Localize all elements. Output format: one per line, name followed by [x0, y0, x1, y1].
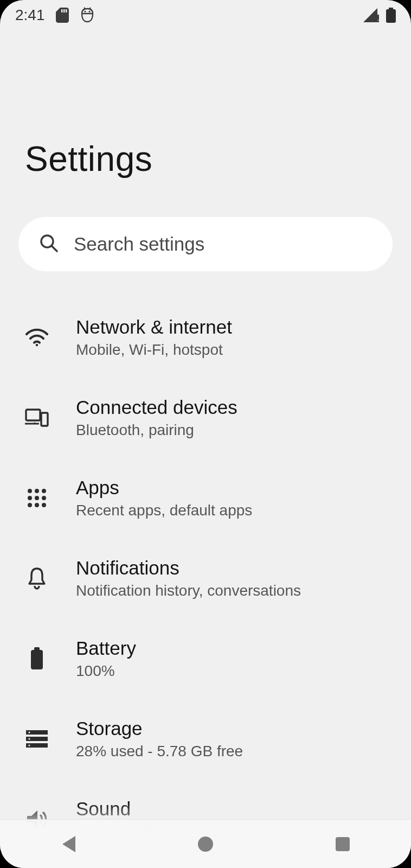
item-subtitle: 28% used - 5.78 GB free — [76, 743, 243, 760]
settings-item-connected-devices[interactable]: Connected devices Bluetooth, pairing — [0, 378, 411, 458]
svg-point-18 — [35, 496, 39, 500]
search-settings[interactable]: Search settings — [18, 217, 393, 271]
svg-rect-32 — [336, 837, 350, 851]
item-subtitle: Bluetooth, pairing — [76, 422, 237, 439]
item-title: Sound — [76, 798, 300, 820]
status-bar: 2:41 — [0, 0, 411, 30]
svg-rect-0 — [61, 9, 62, 12]
bell-icon — [25, 566, 49, 590]
apps-grid-icon — [25, 486, 49, 510]
svg-point-29 — [28, 738, 30, 739]
search-icon — [39, 233, 59, 255]
page-title: Settings — [0, 30, 411, 217]
svg-rect-11 — [41, 413, 48, 426]
search-placeholder: Search settings — [74, 233, 204, 255]
svg-point-13 — [34, 422, 35, 424]
svg-rect-5 — [386, 9, 396, 23]
sdcard-icon — [56, 8, 69, 23]
svg-point-3 — [84, 11, 86, 12]
svg-rect-6 — [389, 8, 393, 10]
item-text: Connected devices Bluetooth, pairing — [76, 397, 237, 439]
svg-point-19 — [42, 496, 46, 500]
item-subtitle: 100% — [76, 662, 136, 680]
svg-point-31 — [198, 837, 213, 852]
svg-point-15 — [35, 489, 39, 493]
svg-rect-1 — [63, 9, 65, 12]
item-subtitle: Mobile, Wi-Fi, hotspot — [76, 341, 232, 359]
content-area[interactable]: Settings Search settings Network & inter… — [0, 30, 411, 868]
item-subtitle: Notification history, conversations — [76, 582, 301, 599]
android-debug-icon — [80, 7, 95, 23]
svg-point-14 — [28, 489, 32, 493]
item-text: Notifications Notification history, conv… — [76, 557, 301, 599]
svg-point-21 — [35, 503, 39, 507]
status-time: 2:41 — [15, 7, 45, 24]
svg-point-17 — [28, 496, 32, 500]
item-text: Network & internet Mobile, Wi-Fi, hotspo… — [76, 316, 232, 359]
item-title: Storage — [76, 718, 243, 739]
settings-item-network-internet[interactable]: Network & internet Mobile, Wi-Fi, hotspo… — [0, 297, 411, 378]
svg-rect-23 — [31, 650, 43, 669]
item-text: Battery 100% — [76, 637, 136, 680]
item-text: Apps Recent apps, default apps — [76, 477, 252, 519]
devices-icon — [25, 406, 49, 430]
navigation-bar — [0, 819, 411, 868]
item-title: Connected devices — [76, 397, 237, 418]
settings-screen: 2:41 Settings Search settings — [0, 0, 411, 868]
battery-icon — [25, 647, 49, 671]
settings-item-battery[interactable]: Battery 100% — [0, 618, 411, 699]
signal-icon — [363, 8, 380, 22]
wifi-icon — [25, 326, 49, 349]
svg-rect-24 — [34, 647, 40, 650]
battery-status-icon — [386, 8, 396, 23]
status-right — [363, 8, 396, 23]
settings-list: Network & internet Mobile, Wi-Fi, hotspo… — [0, 271, 411, 859]
item-title: Notifications — [76, 557, 301, 579]
svg-point-7 — [41, 235, 53, 247]
item-text: Storage 28% used - 5.78 GB free — [76, 718, 243, 760]
storage-icon — [25, 727, 49, 751]
svg-point-28 — [28, 731, 30, 733]
svg-point-22 — [42, 503, 46, 507]
svg-line-8 — [52, 246, 57, 251]
settings-item-apps[interactable]: Apps Recent apps, default apps — [0, 458, 411, 538]
settings-item-notifications[interactable]: Notifications Notification history, conv… — [0, 538, 411, 618]
svg-rect-2 — [66, 9, 67, 12]
item-subtitle: Recent apps, default apps — [76, 502, 252, 519]
nav-home-button[interactable] — [162, 828, 249, 860]
svg-point-4 — [88, 11, 90, 12]
item-title: Network & internet — [76, 316, 232, 338]
item-title: Apps — [76, 477, 252, 499]
item-title: Battery — [76, 637, 136, 659]
svg-rect-10 — [26, 410, 40, 420]
svg-point-16 — [42, 489, 46, 493]
svg-point-30 — [28, 744, 30, 746]
svg-point-9 — [36, 344, 38, 346]
nav-recents-button[interactable] — [299, 828, 386, 860]
svg-point-20 — [28, 503, 32, 507]
status-left: 2:41 — [15, 7, 95, 24]
nav-back-button[interactable] — [25, 828, 112, 860]
settings-item-storage[interactable]: Storage 28% used - 5.78 GB free — [0, 699, 411, 779]
